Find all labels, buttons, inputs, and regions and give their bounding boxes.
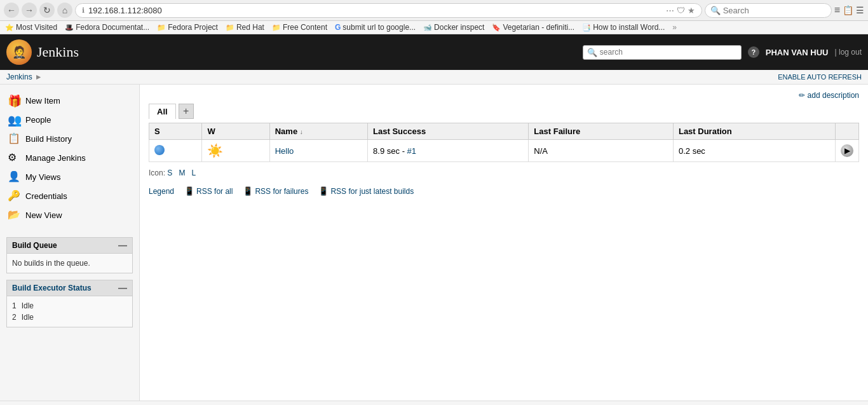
job-last-success-cell: 8.9 sec - #1 xyxy=(368,140,529,162)
bookmark-fedora-docs[interactable]: 🎩 Fedora Documentat... xyxy=(65,23,149,32)
browser-menu-icon[interactable]: ≡ xyxy=(834,4,840,16)
people-icon: 👥 xyxy=(8,113,20,126)
bookmark-fedora-project[interactable]: 📁 Fedora Project xyxy=(157,23,218,32)
breadcrumb-jenkins[interactable]: Jenkins xyxy=(6,72,32,81)
executor-number: 1 xyxy=(12,301,17,310)
icon-label: Icon: xyxy=(149,168,167,177)
build-executor-title[interactable]: Build Executor Status xyxy=(12,284,92,292)
col-name[interactable]: Name ↓ xyxy=(269,123,367,140)
rss-for-all-link[interactable]: 📱 RSS for all xyxy=(184,186,233,196)
google-icon: G xyxy=(335,23,341,32)
icon-size-l[interactable]: L xyxy=(191,168,196,177)
build-queue-empty: No builds in the queue. xyxy=(12,259,90,268)
tabs-bar: All + xyxy=(149,104,859,119)
content-header: ✏ add description xyxy=(149,91,859,100)
sidebar: 🎁 New Item 👥 People 📋 Build History ⚙ Ma… xyxy=(0,85,140,401)
help-button[interactable]: ? xyxy=(748,46,759,58)
docker-icon: 🐋 xyxy=(423,24,432,32)
add-description-link[interactable]: ✏ add description xyxy=(799,91,859,100)
bookmark-word[interactable]: 📑 How to install Word... xyxy=(582,23,665,32)
logout-link[interactable]: | log out xyxy=(835,48,862,57)
build-executor-header: Build Executor Status — xyxy=(7,280,132,296)
icon-size-s[interactable]: S xyxy=(167,168,172,177)
build-queue-title: Build Queue xyxy=(12,241,57,250)
col-actions xyxy=(836,123,859,140)
sidebar-item-people[interactable]: 👥 People xyxy=(0,110,139,129)
rss-bar: Legend 📱 RSS for all 📱 RSS for failures … xyxy=(149,186,859,196)
col-last-failure: Last Failure xyxy=(529,123,674,140)
back-button[interactable]: ← xyxy=(4,3,19,18)
sidebar-item-new-item[interactable]: 🎁 New Item xyxy=(0,91,139,110)
jenkins-header: 🤵 Jenkins 🔍 ? PHAN VAN HUU | log out xyxy=(0,34,868,70)
bookmark-star-icon[interactable]: ★ xyxy=(688,6,695,15)
run-icon[interactable]: ▶ xyxy=(841,144,853,157)
jenkins-search-box[interactable]: 🔍 xyxy=(583,45,742,60)
jenkins-search-input[interactable] xyxy=(600,48,727,57)
bookmark-docker[interactable]: 🐋 Docker inspect xyxy=(423,23,484,32)
table-row: ☀️ Hello 8.9 sec - #1 N/A 0.2 sec ▶ xyxy=(149,140,859,162)
sidebar-item-manage-jenkins[interactable]: ⚙ Manage Jenkins xyxy=(0,148,139,167)
sidebar-item-credentials[interactable]: 🔑 Credentials xyxy=(0,186,139,205)
job-weather-cell: ☀️ xyxy=(202,140,269,162)
sidebar-item-build-history[interactable]: 📋 Build History xyxy=(0,129,139,148)
job-last-duration-cell: 0.2 sec xyxy=(673,140,835,162)
sidebar-item-new-view[interactable]: 📂 New View xyxy=(0,205,139,224)
executor-status: Idle xyxy=(22,313,34,322)
legend-link[interactable]: Legend xyxy=(149,187,174,196)
icon-size-m[interactable]: M xyxy=(179,168,185,177)
browser-chrome: ← → ↻ ⌂ ℹ 192.168.1.112:8080 ⋯ 🛡 ★ 🔍 ≡ 📋… xyxy=(0,0,868,34)
jenkins-header-right: 🔍 ? PHAN VAN HUU | log out xyxy=(583,45,862,60)
build-executor-collapse[interactable]: — xyxy=(118,283,127,293)
address-actions: ⋯ 🛡 ★ xyxy=(666,6,695,15)
sidebar-item-label: New Item xyxy=(25,96,60,106)
browser-more-icon[interactable]: ☰ xyxy=(856,5,864,15)
job-last-failure-cell: N/A xyxy=(529,140,674,162)
forward-button[interactable]: → xyxy=(22,3,37,18)
col-w: W xyxy=(202,123,269,140)
job-run-cell: ▶ xyxy=(836,140,859,162)
icon-size-bar: Icon: S M L xyxy=(149,168,859,177)
sidebar-item-label: People xyxy=(25,115,51,125)
add-description-text: add description xyxy=(808,91,859,100)
enable-auto-refresh-link[interactable]: ENABLE AUTO REFRESH xyxy=(778,73,862,81)
build-history-icon: 📋 xyxy=(8,132,20,145)
bookmark-most-visited[interactable]: ⭐ Most Visited xyxy=(5,23,57,32)
weather-sunny-icon: ☀️ xyxy=(207,144,223,158)
last-success-build-link[interactable]: #1 xyxy=(407,146,416,156)
credentials-icon: 🔑 xyxy=(8,189,20,202)
bookmarks-more-icon[interactable]: » xyxy=(672,23,677,32)
more-icon[interactable]: ⋯ xyxy=(666,6,674,15)
folder-icon: 🎩 xyxy=(65,24,74,32)
executor-status: Idle xyxy=(22,301,34,310)
build-queue-collapse[interactable]: — xyxy=(118,240,127,251)
bookmark-red-hat[interactable]: 📁 Red Hat xyxy=(226,23,264,32)
address-bar[interactable]: ℹ 192.168.1.112:8080 ⋯ 🛡 ★ xyxy=(75,3,702,18)
bookmark-label: Vegetarian - definiti... xyxy=(503,23,574,32)
add-tab-button[interactable]: + xyxy=(179,104,194,119)
bookmark-google[interactable]: G submit url to google... xyxy=(335,23,416,32)
browser-search-input[interactable] xyxy=(723,6,812,15)
rss-for-failures-link[interactable]: 📱 RSS for failures xyxy=(243,186,308,196)
build-queue-body: No builds in the queue. xyxy=(7,254,132,273)
new-view-icon: 📂 xyxy=(8,209,20,221)
browser-search[interactable]: 🔍 xyxy=(705,3,832,18)
browser-tabs-icon[interactable]: 📋 xyxy=(843,5,853,15)
jenkins-title: Jenkins xyxy=(37,44,79,60)
search-globe-icon: 🔍 xyxy=(710,6,721,15)
bookmark-free-content[interactable]: 📁 Free Content xyxy=(272,23,327,32)
tab-all[interactable]: All xyxy=(149,104,176,119)
bookmark-label: How to install Word... xyxy=(593,23,665,32)
main-layout: 🎁 New Item 👥 People 📋 Build History ⚙ Ma… xyxy=(0,85,868,401)
job-name-link[interactable]: Hello xyxy=(275,146,294,156)
refresh-button[interactable]: ↻ xyxy=(39,3,55,18)
shield-icon: 🛡 xyxy=(677,6,685,15)
bookmark-vegetarian[interactable]: 🔖 Vegetarian - definiti... xyxy=(492,23,574,32)
sidebar-item-my-views[interactable]: 👤 My Views xyxy=(0,167,139,186)
jenkins-logo: 🤵 Jenkins xyxy=(6,39,79,65)
job-status-cell xyxy=(149,140,202,162)
doc-icon: 📑 xyxy=(582,24,591,32)
build-executor-body: 1 Idle 2 Idle xyxy=(7,296,132,327)
executor-row: 2 Idle xyxy=(12,313,127,322)
rss-for-latest-link[interactable]: 📱 RSS for just latest builds xyxy=(318,186,414,196)
home-button[interactable]: ⌂ xyxy=(57,3,72,18)
